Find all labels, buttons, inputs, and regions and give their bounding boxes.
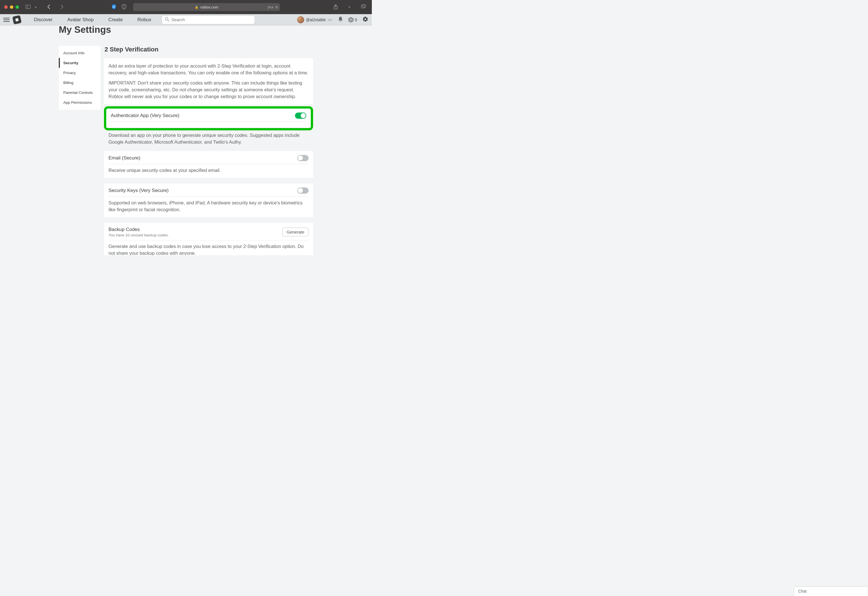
divider <box>111 121 306 122</box>
sidebar-item-app-permissions[interactable]: App Permissions <box>59 98 100 108</box>
robux-count: 0 <box>355 17 357 22</box>
svg-rect-4 <box>362 5 365 8</box>
browser-toolbar: ▾ 🔒 roblox.com ⁊Aᴀ ↻ ＋ <box>0 0 372 14</box>
avatar-icon <box>297 16 304 24</box>
svg-marker-8 <box>349 17 353 22</box>
share-icon[interactable] <box>332 4 340 11</box>
search-box[interactable] <box>162 15 255 24</box>
username-label: @ai2stable <box>306 18 326 22</box>
window-controls <box>4 5 19 9</box>
svg-rect-5 <box>362 4 366 7</box>
svg-marker-9 <box>350 18 352 21</box>
sidebar-item-privacy[interactable]: Privacy <box>59 68 100 78</box>
shield-outline-icon[interactable] <box>120 4 128 11</box>
divider <box>108 164 309 164</box>
svg-rect-0 <box>26 5 31 9</box>
search-input[interactable] <box>171 17 252 22</box>
url-host: roblox.com <box>200 5 218 9</box>
lock-icon: 🔒 <box>195 5 199 9</box>
keys-desc: Supported on web browsers, iPhone, and i… <box>108 200 309 213</box>
back-button[interactable] <box>46 4 52 10</box>
nav-robux[interactable]: Robux <box>131 17 157 23</box>
sidebar-toggle-icon[interactable] <box>24 4 32 10</box>
backup-desc: Generate and use backup codes in case yo… <box>108 243 309 255</box>
robux-icon <box>348 17 354 23</box>
close-window-button[interactable] <box>4 5 7 9</box>
user-chip[interactable]: @ai2stable 13+ <box>297 16 333 24</box>
backup-title: Backup Codes <box>108 227 169 232</box>
robux-balance[interactable]: 0 <box>348 17 357 23</box>
menu-button[interactable] <box>3 18 10 22</box>
reload-icon[interactable]: ↻ <box>275 5 278 9</box>
section-heading-2sv: 2 Step Verification <box>105 46 313 53</box>
svg-line-7 <box>168 20 169 21</box>
divider <box>108 240 309 240</box>
highlighted-authenticator-row: Authenticator App (Very Secure) <box>104 106 313 130</box>
tab-overview-icon[interactable] <box>359 4 368 11</box>
sidebar-item-billing[interactable]: Billing <box>59 78 100 88</box>
email-toggle[interactable] <box>297 155 309 161</box>
address-bar[interactable]: 🔒 roblox.com ⁊Aᴀ ↻ <box>133 3 280 11</box>
option-card-authenticator: Authenticator App (Very Secure) <box>106 109 311 127</box>
option-card-backup-codes: Backup Codes You have 10 unused backup c… <box>104 223 313 255</box>
translate-icon[interactable]: ⁊Aᴀ <box>267 5 273 9</box>
authenticator-toggle[interactable] <box>295 112 306 119</box>
keys-toggle[interactable] <box>297 188 309 194</box>
email-desc: Receive unique security codes at your sp… <box>108 167 309 174</box>
option-card-email: Email (Secure) Receive unique security c… <box>104 151 313 178</box>
settings-gear-icon[interactable] <box>362 16 368 24</box>
age-badge: 13+ <box>328 18 333 22</box>
keys-title: Security Keys (Very Secure) <box>108 188 169 194</box>
email-title: Email (Secure) <box>108 155 140 161</box>
privacy-shield-icon[interactable] <box>110 4 118 11</box>
authenticator-title: Authenticator App (Very Secure) <box>111 113 179 118</box>
chevron-down-icon[interactable]: ▾ <box>33 5 38 9</box>
settings-sidebar: Account Info Security Privacy Billing Pa… <box>59 46 100 110</box>
intro-paragraph-1: Add an extra layer of protection to your… <box>108 63 309 76</box>
new-tab-icon[interactable]: ＋ <box>345 4 353 11</box>
search-icon <box>165 17 169 23</box>
site-top-nav: Discover Avatar Shop Create Robux @ai2st… <box>0 14 372 25</box>
settings-main: 2 Step Verification Add an extra layer o… <box>104 46 313 255</box>
maximize-window-button[interactable] <box>16 5 19 9</box>
notifications-icon[interactable] <box>338 16 343 23</box>
intro-box: Add an extra layer of protection to your… <box>104 58 313 105</box>
option-card-security-keys: Security Keys (Very Secure) Supported on… <box>104 183 313 217</box>
authenticator-desc: Download an app on your phone to generat… <box>104 130 313 146</box>
sidebar-item-account-info[interactable]: Account Info <box>59 48 100 58</box>
generate-button[interactable]: Generate <box>282 228 309 237</box>
nav-discover[interactable]: Discover <box>28 17 59 23</box>
page-title: My Settings <box>59 24 313 35</box>
nav-create[interactable]: Create <box>102 17 129 23</box>
minimize-window-button[interactable] <box>10 5 13 9</box>
roblox-logo[interactable] <box>12 15 21 24</box>
nav-avatar-shop[interactable]: Avatar Shop <box>61 17 100 23</box>
forward-button[interactable] <box>59 4 65 10</box>
intro-paragraph-2: IMPORTANT: Don't share your security cod… <box>108 80 309 100</box>
divider <box>108 197 309 197</box>
sidebar-item-security[interactable]: Security <box>59 58 100 68</box>
backup-subtitle: You have 10 unused backup codes. <box>108 233 169 237</box>
sidebar-item-parental-controls[interactable]: Parental Controls <box>59 88 100 98</box>
